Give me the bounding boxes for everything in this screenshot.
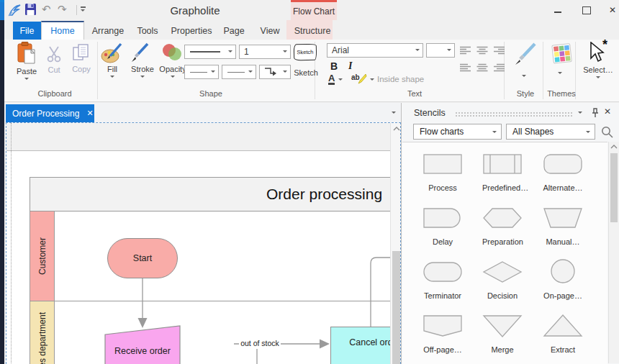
stencil-category-value: Flow charts — [420, 127, 464, 137]
line-width-value: 1 — [244, 47, 249, 57]
qat-customize-icon[interactable] — [81, 6, 86, 12]
scroll-up-icon[interactable] — [392, 126, 402, 132]
style-button[interactable] — [510, 42, 538, 77]
document-tab-order-processing[interactable]: Order Processing ✕ — [6, 104, 94, 122]
inside-shape-dropdown[interactable]: Inside shape — [377, 75, 424, 83]
qat-separator — [76, 5, 77, 15]
stencil-terminator[interactable]: Terminator — [423, 259, 463, 300]
italic-button[interactable]: I — [348, 60, 352, 72]
panel-drag-texture — [455, 112, 573, 117]
stencil-preparation[interactable]: Preparation — [482, 205, 523, 246]
sketch-icon: Sketch — [294, 44, 317, 61]
fill-button[interactable]: Fill — [101, 42, 124, 78]
panel-menu-caret[interactable] — [578, 112, 582, 114]
panel-close-icon[interactable]: ✕ — [604, 106, 611, 117]
document-tab-close-icon[interactable]: ✕ — [86, 109, 93, 118]
line-end-sample — [227, 72, 245, 73]
align-bottom-left-icon[interactable] — [460, 63, 471, 73]
connector-type-caret — [283, 70, 287, 73]
paste-button[interactable]: Paste — [12, 42, 42, 80]
tab-page[interactable]: Page — [220, 22, 248, 40]
stencil-process[interactable]: Process — [423, 151, 463, 192]
stencil-predefined-process[interactable]: Predefined… — [482, 151, 523, 192]
line-end-combo[interactable] — [222, 65, 256, 79]
tab-arrange[interactable]: Arrange — [87, 22, 129, 40]
select-button[interactable]: * Select… — [582, 40, 615, 78]
node-receive-order-shape[interactable] — [105, 326, 180, 364]
highlight-caret — [370, 78, 374, 81]
stroke-button[interactable]: Stroke — [128, 42, 157, 78]
tab-structure[interactable]: Structure — [292, 22, 333, 40]
app-icon-quill[interactable] — [7, 3, 23, 17]
copy-button[interactable]: Copy — [68, 44, 95, 73]
stencil-scrollbar[interactable] — [608, 142, 619, 363]
stencil-category-caret — [492, 131, 497, 133]
search-icon[interactable] — [600, 125, 614, 139]
tab-properties[interactable]: Properties — [168, 22, 214, 40]
redo-icon[interactable]: ↷ — [58, 4, 67, 14]
stencil-filter-value: All Shapes — [512, 127, 554, 137]
tab-list-caret[interactable] — [392, 112, 396, 114]
bold-button[interactable]: B — [330, 60, 338, 72]
undo-icon[interactable]: ↶ — [42, 4, 51, 14]
canvas-vertical-scrollbar[interactable] — [390, 123, 401, 364]
diagram-canvas[interactable]: Order processing Customer Sales departme… — [6, 122, 401, 364]
fill-dropdown-caret — [110, 76, 114, 78]
title-bar: ↶ ↷ Grapholite Flow Chart ✕ — [4, 0, 619, 20]
tab-tools[interactable]: Tools — [132, 22, 163, 40]
font-size-caret — [447, 49, 451, 51]
stencil-on-page-connector[interactable]: On-page… — [543, 258, 583, 300]
stencil-manual-operation[interactable]: Manual… — [543, 205, 583, 246]
line-end-caret — [248, 70, 253, 73]
cut-icon — [45, 45, 66, 63]
font-family-value: Arial — [332, 45, 349, 55]
close-button[interactable]: ✕ — [603, 4, 619, 17]
contextual-tab-flow-chart[interactable]: Flow Chart — [291, 0, 337, 20]
align-bottom-right-icon[interactable] — [493, 63, 505, 73]
stencil-delay[interactable]: Delay — [423, 205, 463, 246]
tab-home[interactable]: Home — [41, 21, 84, 40]
line-width-combo[interactable]: 1 — [239, 45, 291, 59]
panel-pin-icon[interactable] — [590, 107, 600, 119]
tab-view[interactable]: View — [256, 22, 284, 40]
stencil-category-select[interactable]: Flow charts — [413, 124, 502, 140]
stencil-scroll-up-icon[interactable] — [610, 144, 618, 150]
font-color-caret — [338, 78, 343, 81]
align-top-center-icon[interactable] — [476, 46, 488, 55]
sketch-button[interactable]: Sketch Sketch — [294, 44, 318, 77]
stencils-panel-title: Stencils — [414, 108, 446, 118]
save-icon[interactable] — [24, 3, 37, 16]
themes-button[interactable] — [547, 42, 572, 74]
align-top-right-icon[interactable] — [493, 46, 505, 55]
shape-group-label: Shape — [181, 89, 241, 98]
tab-file[interactable]: File — [13, 22, 41, 40]
highlight-button[interactable]: ab — [351, 73, 374, 86]
cut-button[interactable]: Cut — [42, 45, 66, 74]
stencil-extract[interactable]: Extract — [543, 313, 583, 354]
font-color-button[interactable]: A — [328, 73, 343, 85]
node-start-label: Start — [133, 253, 152, 263]
font-family-combo[interactable]: Arial — [327, 43, 423, 58]
ribbon-tab-row: File Home Arrange Tools Properties Page … — [4, 20, 619, 40]
themes-icon — [548, 40, 573, 65]
node-start[interactable]: Start — [107, 238, 178, 278]
minimize-button[interactable] — [548, 4, 567, 17]
line-style-caret — [228, 50, 232, 53]
stencil-scrollbar-thumb[interactable] — [610, 153, 618, 222]
line-style-combo[interactable] — [184, 45, 236, 59]
document-tab-title: Order Processing — [12, 109, 79, 119]
stencil-merge[interactable]: Merge — [482, 313, 523, 354]
connector-type-combo[interactable] — [259, 65, 291, 79]
stencil-alternate-process[interactable]: Alternate… — [543, 151, 583, 192]
font-size-combo[interactable] — [426, 43, 455, 58]
dash-style-combo[interactable] — [184, 65, 219, 79]
stroke-icon — [130, 42, 157, 64]
fill-icon — [101, 42, 124, 64]
align-top-left-icon[interactable] — [460, 46, 471, 55]
maximize-button[interactable] — [577, 4, 596, 17]
stencil-off-page-connector[interactable]: Off-page… — [423, 313, 463, 354]
stencil-decision[interactable]: Decision — [482, 259, 523, 300]
canvas-scrollbar-thumb[interactable] — [392, 251, 400, 364]
align-bottom-center-icon[interactable] — [476, 63, 488, 73]
stencil-filter-select[interactable]: All Shapes — [506, 124, 595, 140]
